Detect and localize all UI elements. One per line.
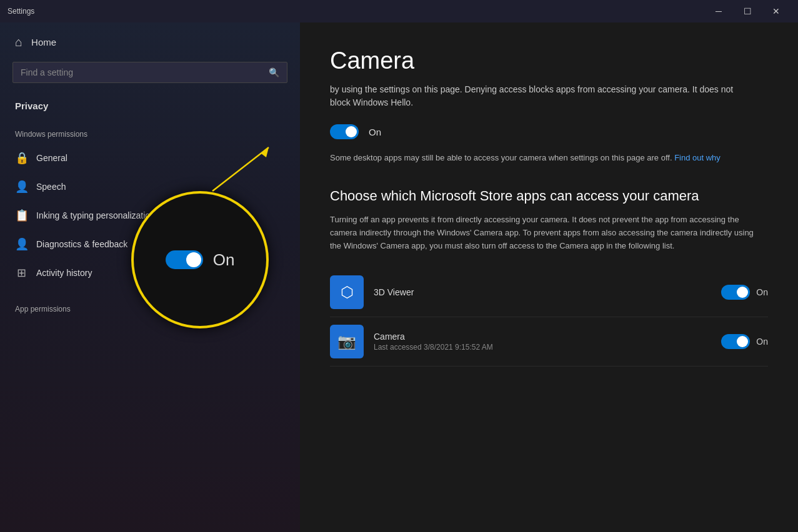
camera-app-toggle[interactable] [721,334,750,349]
activity-icon: ⊞ [15,266,27,280]
inking-icon: 📋 [15,209,27,222]
magnified-on-label: On [213,250,235,270]
magnifier-arrow [206,141,281,197]
app-row-camera: 📷 Camera Last accessed 3/8/2021 9:15:52 … [330,317,768,367]
home-icon: ⌂ [15,35,22,49]
desktop-apps-text: Some desktop apps may still be able to a… [330,153,672,162]
3dviewer-toggle[interactable] [721,285,750,300]
desktop-apps-note: Some desktop apps may still be able to a… [330,152,730,165]
sidebar: ⌂ Home 🔍 Privacy Windows permissions 🔒 G… [0,22,300,532]
title-bar: Settings ─ ☐ ✕ [0,0,798,22]
general-label: General [36,153,67,163]
search-input[interactable] [21,67,264,77]
speech-label: Speech [36,182,66,192]
content-area: Camera by using the settings on this pag… [300,22,798,532]
search-box: 🔍 [12,62,287,83]
home-label: Home [31,37,56,47]
speech-icon: 👤 [15,180,27,194]
3dviewer-name: 3D Viewer [374,287,721,297]
toggle-knob [346,126,357,137]
lock-icon: 🔒 [15,151,27,165]
camera-main-toggle[interactable] [330,124,359,139]
magnifier-content: On [166,250,235,270]
3dviewer-toggle-area: On [721,285,768,300]
camera-toggle-label: On [756,337,768,347]
camera-toggle-knob [737,336,748,347]
app-row-3dviewer: ⬡ 3D Viewer On [330,268,768,317]
camera-last-accessed: Last accessed 3/8/2021 9:15:52 AM [374,343,721,352]
camera-app-name: Camera [374,332,721,342]
3dviewer-toggle-knob [737,287,748,298]
minimize-button[interactable]: ─ [704,0,733,22]
privacy-section-label: Privacy [0,96,300,119]
magnifier-overlay: On [131,191,269,328]
inking-label: Inking & typing personalization [36,210,155,220]
store-apps-heading: Choose which Microsoft Store apps can ac… [330,187,755,205]
3dviewer-info: 3D Viewer [374,287,721,297]
app-title: Settings [7,7,704,16]
camera-info: Camera Last accessed 3/8/2021 9:15:52 AM [374,332,721,352]
camera-icon: 📷 [330,325,364,358]
activity-label: Activity history [36,268,92,278]
app-body: ⌂ Home 🔍 Privacy Windows permissions 🔒 G… [0,22,798,532]
diagnostics-label: Diagnostics & feedback [36,239,127,249]
window-controls: ─ ☐ ✕ [704,0,791,22]
page-title: Camera [330,47,768,74]
camera-toggle-area: On [721,334,768,349]
diagnostics-icon: 👤 [15,237,27,251]
magnified-toggle [166,250,203,269]
page-description: by using the settings on this page. Deny… [330,83,755,109]
3dviewer-toggle-label: On [756,287,768,297]
maximize-button[interactable]: ☐ [733,0,762,22]
svg-line-0 [212,147,269,191]
search-icon: 🔍 [269,67,279,77]
close-button[interactable]: ✕ [762,0,791,22]
main-toggle-label: On [369,127,381,137]
find-out-link[interactable]: Find out why [674,153,721,162]
magnified-toggle-knob [186,252,201,267]
main-toggle-row: On [330,124,768,139]
sidebar-item-home[interactable]: ⌂ Home [0,22,300,59]
store-apps-description: Turning off an app prevents it from dire… [330,214,755,252]
3dviewer-icon: ⬡ [330,275,364,309]
